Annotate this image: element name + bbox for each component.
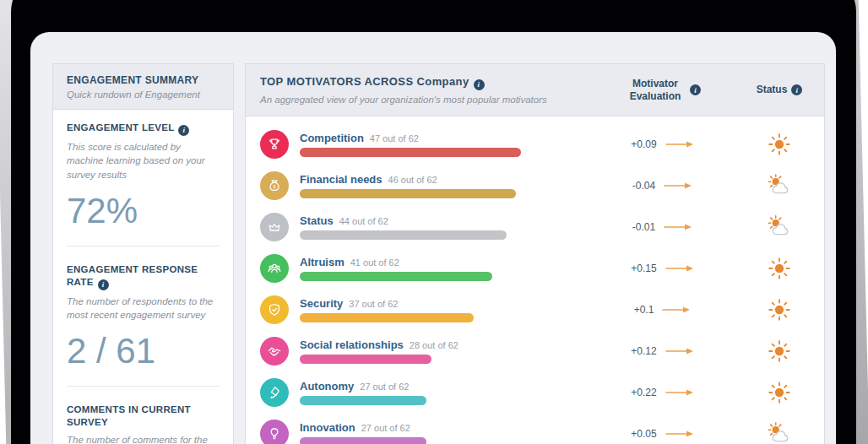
motivator-bar: [300, 396, 426, 405]
evaluation-value: +0.12: [631, 345, 656, 357]
info-icon[interactable]: i: [98, 279, 109, 290]
motivator-row[interactable]: Social relationships 28 out of 62 +0.12: [246, 330, 824, 371]
info-icon[interactable]: i: [474, 79, 485, 90]
info-icon[interactable]: i: [690, 84, 701, 95]
lightbulb-icon: [260, 420, 289, 444]
motivator-row[interactable]: $ Financial needs 46 out of 62 -0.04: [246, 165, 824, 206]
section-description: This score is calculated by machine lear…: [67, 140, 220, 181]
people-group-icon: [260, 254, 289, 283]
motivator-row[interactable]: Competition 47 out of 62 +0.09: [246, 123, 824, 165]
motivator-info: Innovation 27 out of 62: [300, 421, 591, 444]
motivator-bar: [300, 355, 431, 364]
evaluation-value: -0.01: [632, 221, 655, 233]
shield-check-icon: [260, 295, 289, 324]
section-description: The number of comments for the most rece…: [67, 433, 220, 444]
motivator-evaluation: +0.09: [591, 137, 735, 152]
motivator-bar: [300, 272, 492, 281]
motivator-count: 27 out of 62: [360, 382, 409, 392]
motivator-row[interactable]: Innovation 27 out of 62 +0.05: [246, 413, 824, 444]
motivator-evaluation: -0.01: [591, 219, 735, 235]
motivator-row[interactable]: Status 44 out of 62 -0.01: [246, 206, 824, 247]
sun-behind-cloud-icon: [735, 173, 824, 198]
motivator-evaluation: +0.05: [591, 426, 735, 441]
trend-arrow-icon: [663, 219, 693, 235]
panel-subtitle: An aggregated view of your organization'…: [260, 95, 591, 105]
sun-behind-cloud-icon: [735, 214, 824, 240]
trend-arrow-icon: [665, 344, 695, 359]
column-header-status: Statusi: [735, 84, 824, 96]
motivator-bar: [300, 148, 521, 157]
evaluation-value: +0.09: [631, 138, 656, 150]
evaluation-value: -0.04: [632, 180, 655, 192]
motivator-info: Security 37 out of 62: [300, 297, 591, 322]
top-motivators-panel: TOP MOTIVATORS ACROSS Companyi An aggreg…: [245, 63, 825, 444]
evaluation-value: +0.15: [631, 263, 656, 274]
section-value: 2 / 61: [67, 333, 220, 369]
trend-arrow-icon: [661, 302, 692, 317]
column-label: Status: [757, 84, 788, 96]
kite-icon: [260, 378, 289, 407]
evaluation-value: +0.22: [631, 387, 656, 398]
motivator-name: Innovation: [300, 421, 355, 434]
motivator-name: Altruism: [300, 256, 344, 268]
summary-section: COMMENTS IN CURRENT SURVEY The number of…: [67, 403, 220, 444]
panel-title: TOP MOTIVATORS ACROSS Companyi: [260, 75, 591, 90]
motivator-name: Social relationships: [300, 338, 404, 351]
panel-subtitle: Quick rundown of Engagement: [67, 89, 220, 100]
motivator-evaluation: +0.22: [591, 385, 735, 400]
section-value: 72%: [67, 193, 220, 229]
trophy-icon: [260, 130, 289, 159]
motivator-count: 47 out of 62: [370, 133, 419, 143]
motivator-name: Status: [300, 214, 334, 227]
motivator-name: Autonomy: [300, 380, 354, 393]
engagement-summary-body: ENGAGEMENT LEVELi This score is calculat…: [53, 110, 233, 444]
motivator-count: 28 out of 62: [410, 340, 458, 350]
section-title: COMMENTS IN CURRENT SURVEY: [67, 403, 220, 429]
info-icon[interactable]: i: [178, 125, 189, 136]
summary-section: ENGAGEMENT RESPONSE RATEi The number of …: [67, 263, 220, 387]
motivator-count: 27 out of 62: [361, 423, 410, 433]
evaluation-value: +0.05: [631, 428, 656, 440]
engagement-summary-panel: ENGAGEMENT SUMMARY Quick rundown of Enga…: [52, 63, 234, 444]
info-icon[interactable]: i: [791, 84, 802, 95]
motivator-name: Financial needs: [300, 173, 382, 186]
motivator-bar: [300, 189, 516, 198]
panel-title-text: TOP MOTIVATORS ACROSS Company: [260, 75, 469, 88]
sun-icon: [735, 380, 824, 405]
motivator-bar: [300, 230, 507, 240]
sun-icon: [735, 132, 824, 157]
column-label: Motivator Evaluation: [625, 78, 686, 103]
motivator-row[interactable]: Autonomy 27 out of 62 +0.22: [246, 371, 824, 413]
evaluation-value: +0.1: [634, 304, 654, 316]
motivator-info: Financial needs 46 out of 62: [300, 173, 591, 198]
sun-icon: [735, 338, 824, 364]
motivator-list: Competition 47 out of 62 +0.09 $ Financi…: [246, 116, 824, 444]
motivator-evaluation: +0.1: [591, 302, 735, 317]
section-title: ENGAGEMENT RESPONSE RATEi: [67, 263, 220, 290]
sun-icon: [735, 256, 824, 281]
summary-section: ENGAGEMENT LEVELi This score is calculat…: [67, 122, 220, 246]
sun-icon: [735, 297, 824, 322]
section-title: ENGAGEMENT LEVELi: [67, 122, 220, 136]
motivator-name: Security: [300, 297, 343, 310]
motivator-evaluation: -0.04: [591, 178, 735, 193]
motivator-name: Competition: [300, 132, 364, 144]
trend-arrow-icon: [665, 385, 695, 400]
motivator-info: Autonomy 27 out of 62: [300, 380, 591, 405]
crown-icon: [260, 213, 289, 241]
dashboard-screen: ENGAGEMENT SUMMARY Quick rundown of Enga…: [30, 32, 836, 444]
motivator-count: 46 out of 62: [388, 175, 437, 185]
handshake-icon: [260, 337, 289, 365]
money-bag-icon: $: [260, 171, 289, 200]
page: ENGAGEMENT SUMMARY Quick rundown of Enga…: [0, 0, 868, 444]
motivator-bar: [300, 313, 474, 322]
column-header-evaluation: Motivator Evaluationi: [591, 78, 735, 103]
motivator-row[interactable]: Altruism 41 out of 62 +0.15: [246, 247, 824, 289]
panel-title: ENGAGEMENT SUMMARY: [67, 74, 220, 86]
top-motivators-title-block: TOP MOTIVATORS ACROSS Companyi An aggreg…: [246, 75, 591, 105]
motivator-info: Altruism 41 out of 62: [300, 256, 591, 281]
motivator-count: 41 out of 62: [350, 257, 399, 268]
motivator-row[interactable]: Security 37 out of 62 +0.1: [246, 289, 824, 330]
engagement-summary-header: ENGAGEMENT SUMMARY Quick rundown of Enga…: [53, 64, 233, 110]
motivator-info: Competition 47 out of 62: [300, 132, 591, 157]
